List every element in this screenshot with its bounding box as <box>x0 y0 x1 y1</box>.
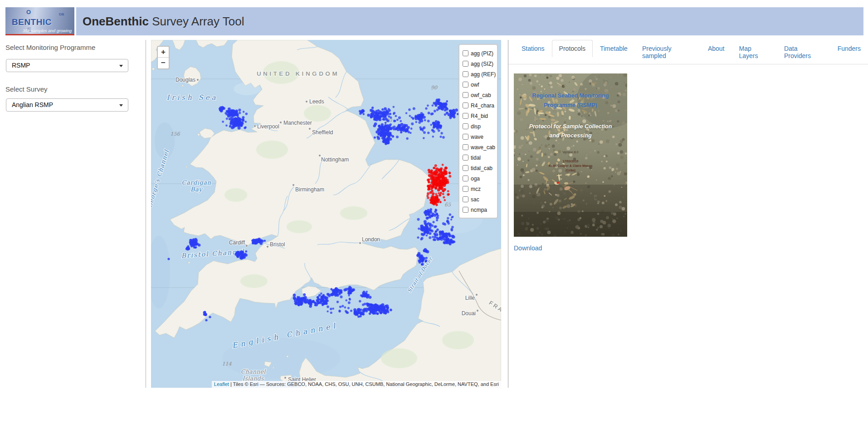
layer-row-owf[interactable]: owf <box>463 79 493 90</box>
layer-row-mcz[interactable]: mcz <box>463 184 493 194</box>
tab-link-protocols[interactable]: Protocols <box>552 40 593 57</box>
page-title-rest: Survey Array Tool <box>149 15 244 28</box>
city-marker-london <box>359 242 361 244</box>
programme-select-value: RSMP <box>12 62 30 69</box>
protocol-cover-title: Regional Seabed Monitoring Programme (RS… <box>514 91 627 110</box>
programme-select[interactable]: RSMP <box>6 59 128 72</box>
city-marker-manchester <box>280 122 282 124</box>
sidebar-map-divider <box>146 40 146 388</box>
layer-checkbox-tidal[interactable] <box>463 155 468 161</box>
layer-row-agg-siz-[interactable]: agg (SIZ) <box>463 59 493 69</box>
tab-about: About <box>701 40 732 64</box>
tab-link-stations[interactable]: Stations <box>514 40 552 57</box>
city-label-leeds: Leeds <box>309 98 324 105</box>
layer-checkbox-r4-chara[interactable] <box>463 102 468 108</box>
tab-link-map-layers[interactable]: Map Layers <box>731 40 776 64</box>
city-marker-cardiff <box>246 245 248 247</box>
layer-row-tidal[interactable]: tidal <box>463 152 493 163</box>
map-layers-control: agg (PIZ)agg (SIZ)agg (REF)owfowf_cabR4_… <box>458 44 498 219</box>
tab-link-funders[interactable]: Funders <box>830 40 868 57</box>
sea-label: Bay <box>190 186 203 193</box>
depth-label: 90 <box>431 85 438 91</box>
download-link[interactable]: Download <box>514 244 542 252</box>
layer-label: tidal_cab <box>471 165 493 171</box>
city-label-birmingham: Birmingham <box>295 186 324 193</box>
station-dots-red[interactable] <box>426 164 451 206</box>
layer-label: agg (SIZ) <box>471 61 493 67</box>
map-attribution: Leaflet | Tiles © Esri — Sources: GEBCO,… <box>212 381 501 388</box>
layer-checkbox-owf[interactable] <box>463 82 468 88</box>
layer-checkbox-wave-cab[interactable] <box>463 144 468 150</box>
city-label-douai: Douai <box>462 310 476 317</box>
layer-row-oga[interactable]: oga <box>463 173 493 184</box>
tab-previously-sampled: Previously sampled <box>635 40 701 64</box>
layer-checkbox-tidal-cab[interactable] <box>463 165 468 171</box>
layer-checkbox-r4-bid[interactable] <box>463 113 468 119</box>
tab-link-timetable[interactable]: Timetable <box>593 40 635 57</box>
basemap-svg[interactable]: UNITED KINGDOMFRANCEIrish SeaSt. George'… <box>151 40 501 388</box>
city-label-douglas: Douglas <box>176 77 195 83</box>
zoom-out-button[interactable]: − <box>158 58 169 68</box>
layer-checkbox-agg-piz-[interactable] <box>463 50 468 56</box>
layer-row-r4-bid[interactable]: R4_bid <box>463 111 493 121</box>
tab-protocols: Protocols <box>552 40 593 64</box>
layer-row-wave-cab[interactable]: wave_cab <box>463 142 493 152</box>
layer-checkbox-sac[interactable] <box>463 196 468 202</box>
survey-label: Select Survey <box>5 85 141 93</box>
protocol-cover-subtitle: Protocol for Sample Collection and Proce… <box>514 122 627 140</box>
label-channel-islands: Channel <box>241 368 267 375</box>
layer-checkbox-disp[interactable] <box>463 123 468 129</box>
logo-letter-o: O <box>26 9 31 15</box>
layer-checkbox-wave[interactable] <box>463 134 468 140</box>
onebenthic-logo: O BENTHIC E DB 35k samples and growing <box>5 7 74 35</box>
layer-checkbox-agg-ref-[interactable] <box>463 71 468 77</box>
layer-row-agg-ref-[interactable]: agg (REF) <box>463 69 493 79</box>
layer-row-ncmpa[interactable]: ncmpa <box>463 205 493 215</box>
tab-timetable: Timetable <box>593 40 635 64</box>
layer-label: sac <box>471 196 479 203</box>
city-label-nottingham: Nottingham <box>321 156 349 163</box>
protocols-tab-content: Regional Seabed Monitoring Programme (RS… <box>508 64 868 252</box>
city-label-cardiff: Cardiff <box>229 239 245 246</box>
layer-checkbox-mcz[interactable] <box>463 186 468 192</box>
tab-bar: StationsProtocolsTimetablePreviously sam… <box>508 40 868 64</box>
depth-label: 156 <box>171 131 180 137</box>
leaflet-link[interactable]: Leaflet <box>214 381 229 387</box>
protocol-cover-image: Regional Seabed Monitoring Programme (RS… <box>514 73 627 237</box>
sea-label: Irish Sea <box>166 93 218 102</box>
layer-row-disp[interactable]: disp <box>463 121 493 132</box>
protocol-authors: Keith Cooper & Claire Mason <box>514 164 627 167</box>
cover-dark-band-2 <box>514 212 627 237</box>
layer-row-sac[interactable]: sac <box>463 194 493 205</box>
zoom-in-button[interactable]: + <box>158 47 169 58</box>
city-label-bristol: Bristol <box>270 241 285 248</box>
tab-link-previously-sampled[interactable]: Previously sampled <box>635 40 701 64</box>
city-marker-liverpool <box>254 125 256 127</box>
layer-row-wave[interactable]: wave <box>463 132 493 142</box>
tab-link-about[interactable]: About <box>701 40 732 57</box>
layer-checkbox-oga[interactable] <box>463 176 468 181</box>
chevron-down-icon <box>119 104 123 107</box>
layer-label: tidal <box>471 155 481 161</box>
city-marker-sheffield <box>309 128 311 130</box>
layer-row-owf-cab[interactable]: owf_cab <box>463 90 493 100</box>
layer-checkbox-agg-siz-[interactable] <box>463 61 468 67</box>
layer-checkbox-owf-cab[interactable] <box>463 92 468 98</box>
detail-panel: StationsProtocolsTimetablePreviously sam… <box>508 40 868 388</box>
tab-link-data-providers[interactable]: Data Providers <box>777 40 830 64</box>
survey-select-value: Anglian RSMP <box>12 101 53 108</box>
protocol-org: (Cefas) <box>514 169 627 172</box>
survey-select[interactable]: Anglian RSMP <box>6 98 128 112</box>
page-title-brand: OneBenthic <box>83 15 149 28</box>
logo-red-stripe <box>5 34 74 35</box>
city-marker-leeds <box>306 101 308 103</box>
layer-label: wave <box>471 134 483 140</box>
city-marker-bristol <box>267 246 269 248</box>
layer-checkbox-ncmpa[interactable] <box>463 207 468 213</box>
layer-row-agg-piz-[interactable]: agg (PIZ) <box>463 48 493 59</box>
chevron-down-icon <box>119 65 123 67</box>
layer-row-r4-chara[interactable]: R4_chara <box>463 100 493 111</box>
map[interactable]: UNITED KINGDOMFRANCEIrish SeaSt. George'… <box>151 40 501 388</box>
city-label-lille: Lille <box>465 295 475 301</box>
layer-row-tidal-cab[interactable]: tidal_cab <box>463 163 493 173</box>
